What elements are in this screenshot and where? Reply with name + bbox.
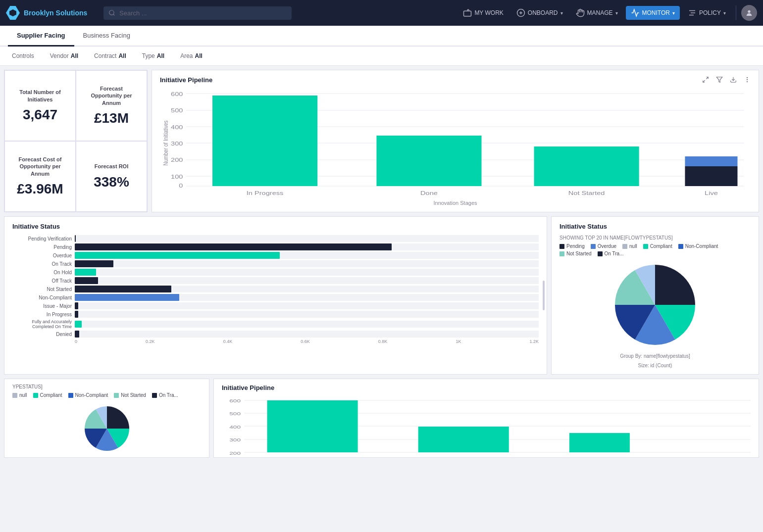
chevron-down-icon-4: ▾ xyxy=(723,10,726,16)
legend-dot xyxy=(622,244,627,249)
svg-line-2 xyxy=(113,14,115,16)
hbar-label: Off Track xyxy=(12,278,72,284)
expand-button[interactable] xyxy=(700,75,711,86)
bottom-subtitle: YPESTATUS] xyxy=(12,384,201,389)
hbar-label: On Track xyxy=(12,261,72,267)
legend-pending: Pending xyxy=(560,243,585,249)
panel-actions xyxy=(700,75,753,86)
legend-dot xyxy=(560,244,564,249)
chevron-down-icon-3: ▾ xyxy=(672,10,675,16)
svg-point-10 xyxy=(748,10,750,13)
nav-item-my-work[interactable]: MY WORK xyxy=(458,6,508,20)
legend-label: Non-Compliant xyxy=(685,243,718,249)
initiative-status-bar-panel: Initiative Status Pending Verification P… xyxy=(4,216,547,375)
kpi-forecast-roi: Forecast ROI 338% xyxy=(76,141,147,212)
legend-dot xyxy=(152,393,157,398)
hbar-label: On Hold xyxy=(12,270,72,275)
search-input[interactable] xyxy=(119,9,287,17)
bar-in-progress[interactable] xyxy=(212,96,317,186)
hbar-fill xyxy=(75,331,79,338)
legend-item: null xyxy=(12,392,27,398)
hbar-fill xyxy=(75,311,78,318)
legend-label: null xyxy=(19,392,27,398)
tab-business-facing[interactable]: Business Facing xyxy=(74,26,139,47)
hbar-track xyxy=(75,286,539,292)
svg-point-13 xyxy=(747,77,747,78)
pie-title: Initiative Status xyxy=(560,223,751,230)
nav-item-policy[interactable]: POLICY ▾ xyxy=(683,6,731,20)
svg-text:400: 400 xyxy=(171,124,183,131)
filters-row: Controls Vendor All Contract All Type Al… xyxy=(0,47,763,66)
pie-chart-svg xyxy=(610,260,700,349)
kpi-forecast-cost: Forecast Cost of Opportunity per Annum £… xyxy=(4,141,76,212)
nav-item-monitor[interactable]: MONITOR ▾ xyxy=(626,6,680,20)
hbar-fill xyxy=(75,235,76,242)
legend-item: Compliant xyxy=(33,392,62,398)
svg-text:400: 400 xyxy=(229,424,241,429)
filter-controls[interactable]: Controls xyxy=(8,50,38,61)
pie-slice-pending[interactable] xyxy=(655,265,695,305)
legend-label: Compliant xyxy=(40,392,62,398)
hbar-track xyxy=(75,243,539,250)
tabs-row: Supplier Facing Business Facing xyxy=(0,26,763,47)
nav-label-onboard: ONBOARD xyxy=(528,9,558,16)
hbar-row-pending-verification: Pending Verification xyxy=(12,235,539,242)
pipeline-bar-chart-svg: 600 500 400 300 200 100 0 xyxy=(160,89,751,197)
bottom-bar-in-progress[interactable] xyxy=(267,400,358,452)
hbar-label: Issue - Major xyxy=(12,303,72,309)
more-button[interactable] xyxy=(742,75,753,86)
hbar-fill xyxy=(75,286,171,292)
tab-supplier-facing[interactable]: Supplier Facing xyxy=(8,26,74,47)
x-tick: 1K xyxy=(456,339,461,344)
hbar-track xyxy=(75,235,539,242)
avatar[interactable] xyxy=(741,5,757,21)
svg-point-15 xyxy=(747,82,747,82)
bottom-pie-svg xyxy=(82,404,132,453)
filter-vendor[interactable]: Vendor All xyxy=(46,50,82,61)
hbar-track xyxy=(75,252,539,259)
bottom-bar-done[interactable] xyxy=(418,427,509,452)
legend-item: Non-Compliant xyxy=(68,392,108,398)
bar-live-blue[interactable] xyxy=(685,156,737,166)
bottom-pie-container xyxy=(12,404,201,453)
nav-label-manage: MANAGE xyxy=(587,9,613,16)
kpi-forecast-roi-label: Forecast ROI xyxy=(84,163,139,170)
search-bar[interactable] xyxy=(103,6,292,20)
filter-button[interactable] xyxy=(714,75,725,86)
legend-dot xyxy=(560,251,564,256)
pie-legend: Pending Overdue null Compliant Non-Compl… xyxy=(560,243,751,256)
bar-not-started[interactable] xyxy=(534,146,639,186)
legend-dot xyxy=(114,393,119,398)
filter-type[interactable]: Type All xyxy=(138,50,168,61)
bar-done[interactable] xyxy=(376,136,481,186)
x-axis-ticks: 0 0.2K 0.4K 0.6K 0.8K 1K 1.2K xyxy=(12,339,539,344)
brand-name: Brooklyn Solutions xyxy=(24,9,87,17)
legend-dot xyxy=(68,393,73,398)
filter-area[interactable]: Area All xyxy=(176,50,206,61)
bar-live-dark[interactable] xyxy=(685,166,737,186)
filter-contract[interactable]: Contract All xyxy=(90,50,130,61)
hbar-label: Not Started xyxy=(12,287,72,292)
nav-items: MY WORK ONBOARD ▾ MANAGE ▾ MONITOR ▾ xyxy=(458,5,757,21)
kpi-total-initiatives-label: Total Number of Initiatives xyxy=(13,89,67,103)
chevron-down-icon: ▾ xyxy=(560,10,563,16)
download-button[interactable] xyxy=(728,75,739,86)
legend-label: null xyxy=(629,243,637,249)
bottom-bar-not-started[interactable] xyxy=(569,433,630,452)
svg-rect-3 xyxy=(464,11,471,16)
svg-text:0: 0 xyxy=(179,183,183,189)
legend-on-track: On Tra... xyxy=(598,251,624,256)
legend-dot xyxy=(591,244,596,249)
hbar-track xyxy=(75,277,539,284)
x-tick: 0.2K xyxy=(146,339,155,344)
svg-text:300: 300 xyxy=(171,141,183,147)
nav-item-onboard[interactable]: ONBOARD ▾ xyxy=(511,6,568,20)
hbar-fill xyxy=(75,252,280,259)
nav-item-manage[interactable]: MANAGE ▾ xyxy=(571,6,623,20)
nav-label-my-work: MY WORK xyxy=(474,9,503,16)
plus-circle-icon xyxy=(516,8,525,17)
svg-text:100: 100 xyxy=(171,174,183,180)
filter-controls-label: Controls xyxy=(12,52,34,59)
hbar-row-in-progress: In Progress xyxy=(12,311,539,318)
legend-non-compliant: Non-Compliant xyxy=(678,243,718,249)
